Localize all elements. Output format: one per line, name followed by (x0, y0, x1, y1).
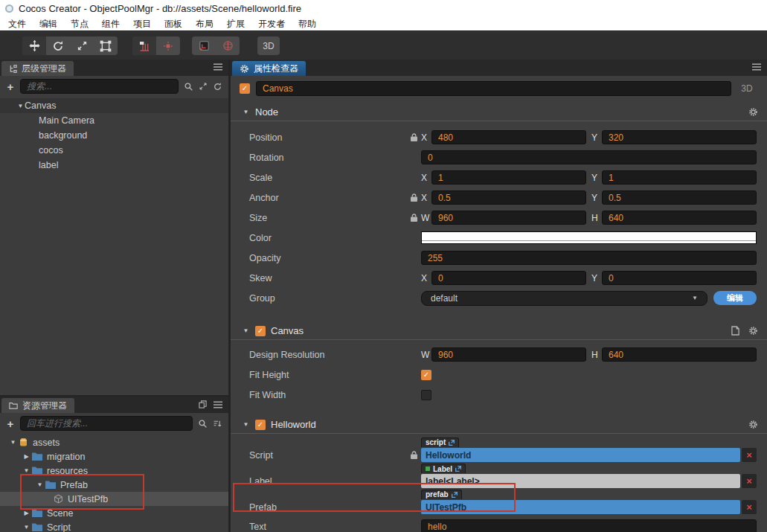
scale-x-input[interactable] (431, 170, 586, 185)
text-input[interactable] (421, 519, 757, 532)
assets-search-input[interactable] (20, 416, 193, 431)
hierarchy-node-cocos[interactable]: cocos (0, 143, 228, 158)
position-x-input[interactable] (431, 130, 586, 144)
position-y-input[interactable] (602, 130, 757, 144)
rotate-tool-button[interactable] (46, 36, 70, 55)
hierarchy-node-label[interactable]: label (0, 158, 228, 173)
color-swatch[interactable] (421, 231, 757, 244)
open-asset-icon[interactable] (455, 466, 461, 472)
align-pivot-button[interactable] (132, 36, 156, 55)
hierarchy-search-input[interactable] (20, 79, 179, 94)
chevron-down-icon[interactable]: ▼ (242, 421, 250, 428)
design-resolution-w-input[interactable] (431, 347, 586, 362)
skew-x-input[interactable] (431, 271, 586, 285)
menu-edit[interactable]: 编辑 (33, 16, 64, 31)
gear-icon[interactable] (748, 107, 758, 117)
opacity-input[interactable] (421, 251, 757, 265)
hierarchy-menu-icon[interactable] (214, 63, 222, 71)
canvas-section-header[interactable]: ▼ ✓ Canvas (231, 322, 767, 340)
search-icon[interactable] (198, 419, 208, 429)
size-h-input[interactable] (602, 211, 757, 225)
gear-icon[interactable] (748, 326, 758, 336)
chevron-right-icon[interactable]: ▶ (22, 453, 31, 460)
sort-icon[interactable] (213, 419, 222, 429)
node-section-header[interactable]: ▼ Node (231, 103, 767, 121)
toggle-3d-button[interactable]: 3D (257, 36, 280, 55)
skew-y-input[interactable] (602, 271, 757, 285)
asset-label: Prefab (60, 480, 88, 490)
chevron-right-icon[interactable]: ▶ (22, 510, 31, 516)
menu-file[interactable]: 文件 (1, 16, 33, 31)
menu-panel[interactable]: 面板 (158, 16, 189, 31)
prefab-value-field[interactable]: UITestPfb (421, 500, 740, 514)
canvas-enabled-checkbox[interactable]: ✓ (255, 326, 266, 336)
prefab-clear-button[interactable]: × (742, 500, 757, 514)
rotation-input[interactable] (421, 150, 757, 164)
inspector-panel: 属性检查器 ✓ 3D ▼ Node Position X Y Rotation (231, 60, 767, 532)
refresh-icon[interactable] (213, 82, 222, 92)
search-icon[interactable] (184, 82, 193, 92)
node-name-input[interactable] (256, 81, 731, 96)
anchor-x-input[interactable] (431, 190, 586, 205)
fit-height-checkbox[interactable]: ✓ (421, 370, 431, 380)
chevron-down-icon[interactable]: ▼ (9, 439, 17, 446)
group-edit-button[interactable]: 编辑 (713, 291, 757, 305)
help-doc-icon[interactable] (731, 326, 739, 336)
label-type-tag: Label (421, 464, 466, 473)
chevron-down-icon[interactable]: ▼ (22, 467, 31, 474)
gear-icon[interactable] (748, 420, 758, 429)
asset-folder-script[interactable]: ▼ Script (0, 520, 228, 532)
move-icon (28, 39, 41, 52)
assets-menu-icon[interactable] (214, 401, 222, 408)
chevron-down-icon[interactable]: ▼ (242, 109, 250, 115)
menu-layout[interactable]: 布局 (189, 16, 220, 31)
float-panel-icon[interactable] (199, 400, 207, 408)
open-asset-icon[interactable] (449, 440, 455, 446)
add-asset-button[interactable]: + (6, 417, 15, 430)
axis-y-label: Y (591, 193, 602, 203)
asset-folder-prefab[interactable]: ▼ Prefab (0, 478, 228, 492)
chevron-down-icon[interactable]: ▼ (36, 481, 44, 488)
asset-folder-resources[interactable]: ▼ resources (0, 464, 228, 478)
scale-y-input[interactable] (602, 170, 757, 185)
tab-inspector[interactable]: 属性检查器 (232, 61, 306, 76)
asset-folder-assets[interactable]: ▼ assets (0, 435, 228, 449)
menu-node[interactable]: 节点 (64, 16, 95, 31)
rect-tool-button[interactable] (94, 36, 118, 55)
chevron-down-icon[interactable]: ▼ (22, 524, 31, 531)
asset-item-uitestpfb[interactable]: UITestPfb (0, 492, 228, 506)
node-active-checkbox[interactable]: ✓ (240, 83, 250, 94)
asset-folder-scene[interactable]: ▶ Scene (0, 506, 228, 520)
design-resolution-h-input[interactable] (602, 347, 757, 362)
anchor-y-input[interactable] (602, 190, 757, 205)
menu-project[interactable]: 项目 (126, 16, 158, 31)
menu-extension[interactable]: 扩展 (220, 16, 251, 31)
hierarchy-node-canvas[interactable]: ▼ Canvas (0, 98, 228, 113)
toolbar: 3D (0, 32, 767, 60)
align-anchor-button[interactable] (156, 36, 180, 55)
menu-component[interactable]: 组件 (95, 16, 126, 31)
menu-help[interactable]: 帮助 (292, 16, 323, 31)
hierarchy-node-main-camera[interactable]: Main Camera (0, 113, 228, 128)
locate-icon[interactable] (199, 82, 208, 91)
world-gizmo-button[interactable] (216, 36, 240, 55)
inspector-menu-icon[interactable] (752, 63, 761, 71)
chevron-down-icon[interactable]: ▼ (242, 327, 250, 334)
helloworld-enabled-checkbox[interactable]: ✓ (255, 420, 266, 430)
scale-tool-button[interactable] (70, 36, 94, 55)
open-asset-icon[interactable] (452, 492, 458, 498)
group-dropdown[interactable]: default ▼ (421, 291, 707, 306)
fit-width-checkbox[interactable]: ✓ (421, 390, 431, 400)
local-gizmo-button[interactable] (192, 36, 216, 55)
menu-developer[interactable]: 开发者 (251, 16, 292, 31)
helloworld-section-header[interactable]: ▼ ✓ Helloworld (231, 416, 767, 434)
asset-folder-migration[interactable]: ▶ migration (0, 449, 228, 464)
size-label: Size (249, 213, 411, 223)
size-w-input[interactable] (431, 211, 586, 225)
tab-hierarchy[interactable]: 层级管理器 (1, 61, 74, 76)
add-node-button[interactable]: + (6, 80, 15, 93)
tab-assets[interactable]: 资源管理器 (1, 398, 74, 413)
chevron-down-icon[interactable]: ▼ (16, 103, 25, 109)
hierarchy-node-background[interactable]: background (0, 128, 228, 143)
move-tool-button[interactable] (22, 36, 46, 55)
